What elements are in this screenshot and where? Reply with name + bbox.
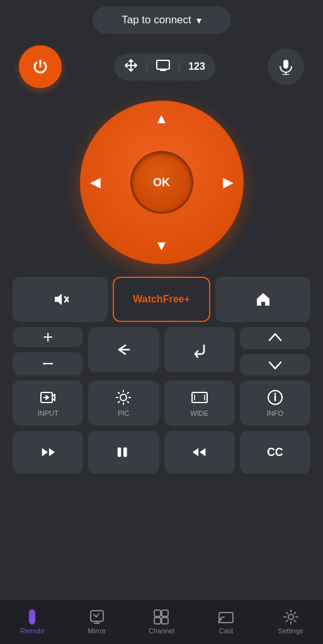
cc-label: CC xyxy=(267,446,283,459)
nav-cast-label: Cast xyxy=(219,627,234,635)
connect-label: Tap to connect xyxy=(122,14,191,26)
dpad-down-button[interactable]: ▼ xyxy=(155,238,169,254)
power-button[interactable] xyxy=(19,45,62,88)
playpause-button[interactable] xyxy=(88,431,159,474)
dpad-up-button[interactable]: ▲ xyxy=(155,111,169,127)
mode-group: 123 xyxy=(114,53,215,80)
pic-label: PIC xyxy=(118,409,129,417)
dpad-container: ▲ ◀ OK ▶ ▼ xyxy=(80,101,244,264)
back-button[interactable] xyxy=(88,327,159,372)
svg-rect-13 xyxy=(154,610,161,616)
row-23: + − xyxy=(13,327,310,375)
dpad-circle: ▲ ◀ OK ▶ ▼ xyxy=(80,101,244,264)
svg-rect-11 xyxy=(31,616,34,618)
watchfree-button[interactable]: WatchFree+ xyxy=(113,277,210,322)
svg-rect-12 xyxy=(31,619,34,620)
top-controls: 123 xyxy=(0,34,323,94)
svg-point-18 xyxy=(218,621,220,623)
svg-rect-1 xyxy=(283,60,288,69)
mic-button[interactable] xyxy=(268,48,304,85)
dpad-left-button[interactable]: ◀ xyxy=(90,174,101,191)
ch-down-button[interactable] xyxy=(240,354,310,376)
row-1: WatchFree+ xyxy=(13,277,310,322)
bottom-nav: Remote Mirror Channel Cast xyxy=(0,599,323,644)
vol-down-icon: − xyxy=(42,352,54,375)
input-button[interactable]: INPUT xyxy=(13,380,83,426)
ch-up-button[interactable] xyxy=(240,327,310,349)
fastforward-button[interactable] xyxy=(164,431,235,474)
row-5: CC xyxy=(13,431,310,474)
svg-point-3 xyxy=(120,394,127,401)
chevron-down-icon: ▾ xyxy=(196,14,201,26)
svg-rect-14 xyxy=(162,610,168,616)
mode-divider2 xyxy=(179,60,179,73)
nav-channel-label: Channel xyxy=(149,627,174,635)
nav-settings-label: Settings xyxy=(278,627,303,635)
vol-down-button[interactable]: − xyxy=(13,352,83,375)
ch-col xyxy=(240,327,310,375)
vol-up-button[interactable]: + xyxy=(13,327,83,347)
vol-up-icon: + xyxy=(43,327,53,347)
ok-button[interactable]: OK xyxy=(130,151,193,214)
svg-rect-15 xyxy=(154,618,161,624)
info-button[interactable]: INFO xyxy=(240,380,310,426)
screen-icon[interactable] xyxy=(156,60,170,74)
home-button[interactable] xyxy=(215,277,310,322)
input-label: INPUT xyxy=(38,409,59,417)
button-grid: WatchFree+ + − xyxy=(0,270,323,480)
rewind-button[interactable] xyxy=(13,431,83,474)
dpad-right-button[interactable]: ▶ xyxy=(223,174,234,191)
pic-button[interactable]: PIC xyxy=(88,380,159,426)
row-4: INPUT PIC WIDE INFO xyxy=(13,380,310,426)
nav-settings[interactable]: Settings xyxy=(258,609,323,635)
info-label: INFO xyxy=(267,409,283,417)
cc-button[interactable]: CC xyxy=(240,431,310,474)
nav-remote-label: Remote xyxy=(20,627,45,635)
num-mode-label[interactable]: 123 xyxy=(188,61,205,72)
move-icon[interactable] xyxy=(124,58,138,75)
svg-rect-7 xyxy=(118,448,122,457)
svg-rect-8 xyxy=(123,448,127,457)
nav-channel[interactable]: Channel xyxy=(129,609,194,635)
svg-rect-16 xyxy=(162,618,168,624)
nav-cast[interactable]: Cast xyxy=(194,609,259,635)
nav-mirror-label: Mirror xyxy=(88,627,106,635)
nav-mirror[interactable]: Mirror xyxy=(65,609,130,635)
mode-divider xyxy=(147,60,147,73)
nav-remote[interactable]: Remote xyxy=(0,609,65,635)
wide-button[interactable]: WIDE xyxy=(164,380,235,426)
svg-point-6 xyxy=(274,393,276,395)
svg-point-19 xyxy=(288,614,293,619)
wide-label: WIDE xyxy=(190,409,208,417)
connect-bar[interactable]: Tap to connect ▾ xyxy=(93,6,231,34)
vol-col: + − xyxy=(13,327,83,375)
mute-button[interactable] xyxy=(13,277,108,322)
return-button[interactable] xyxy=(164,327,235,372)
svg-rect-0 xyxy=(157,60,169,69)
svg-point-10 xyxy=(31,613,33,615)
